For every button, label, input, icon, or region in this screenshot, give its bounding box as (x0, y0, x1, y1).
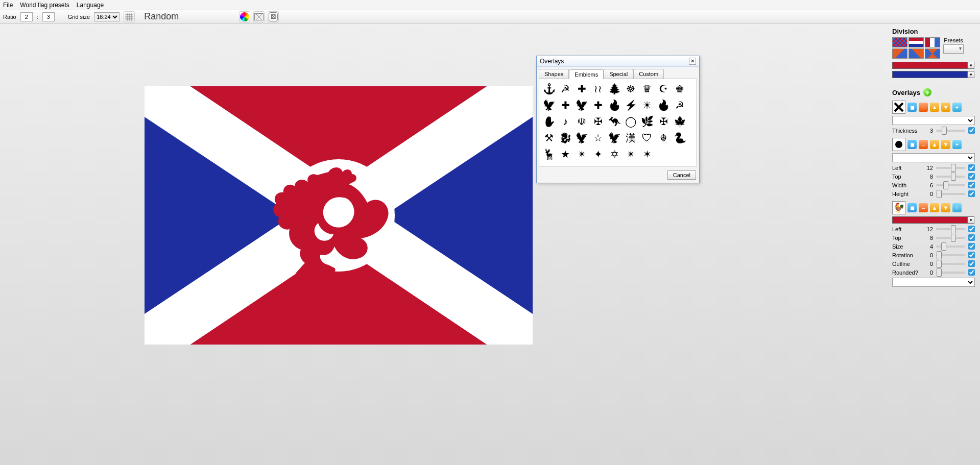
overlay-thumb-disc[interactable] (892, 138, 905, 151)
grid-toggle-button[interactable] (124, 11, 135, 22)
tab-special[interactable]: Special (604, 69, 633, 79)
emblem-star-7[interactable]: ✴ (623, 146, 638, 162)
division-preset-solid[interactable] (892, 37, 907, 47)
overlay-movedown-button[interactable]: ▼ (941, 203, 950, 212)
emblem-star-6[interactable]: ✶ (639, 146, 655, 162)
ratio-height-input[interactable] (42, 12, 55, 21)
menu-file[interactable]: File (3, 2, 13, 9)
randomize-button[interactable] (268, 11, 279, 22)
overlay-add-button[interactable]: + (952, 103, 962, 112)
division-preset-diag2[interactable] (909, 48, 924, 59)
emblem-torch[interactable]: 🔥 (656, 97, 671, 113)
overlay-movedown-button[interactable]: ▼ (941, 103, 950, 112)
tab-emblems[interactable]: Emblems (569, 69, 604, 79)
emblem-cjk-text[interactable]: 漢 (623, 130, 638, 145)
emblem-snake[interactable]: 🐍 (672, 130, 687, 145)
overlay-movedown-button[interactable]: ▼ (941, 140, 950, 149)
emblem-lightning-bolt[interactable]: ⚡ (623, 97, 638, 113)
emblem-maltese-cross[interactable]: ✠ (656, 114, 671, 129)
overlay-emblem-select[interactable] (892, 278, 975, 287)
emblem-harp[interactable]: ♪ (558, 114, 573, 129)
emblem-ashoka-chakra[interactable]: ☸ (623, 81, 638, 96)
emblem-crown-royal[interactable]: ♛ (639, 81, 655, 96)
emblem-kangaroo[interactable]: 🦘 (607, 114, 622, 129)
thickness-lock-checkbox[interactable] (968, 127, 975, 134)
overlay-delete-button[interactable]: – (919, 103, 928, 112)
prop-top-slider[interactable] (936, 176, 965, 178)
prop3-round-check[interactable] (968, 269, 975, 276)
prop-width-check[interactable] (968, 182, 975, 188)
emblem-hammer-sickle-2[interactable]: ☭ (672, 97, 687, 113)
thickness-slider[interactable]: .slider::after{left:var(--p,10%)} (936, 130, 965, 132)
emblem-cross-bold[interactable]: ✚ (558, 97, 573, 113)
division-color-1[interactable]: ▾ (892, 62, 968, 69)
overlay-moveup-button[interactable]: ▲ (930, 203, 939, 212)
prop-width-slider[interactable] (936, 184, 965, 186)
prop3-round-slider[interactable] (936, 272, 965, 274)
prop-left-slider[interactable] (936, 167, 965, 169)
popup-cancel-button[interactable]: Cancel (667, 170, 696, 180)
emblem-crown-imperial[interactable]: ♚ (672, 81, 687, 96)
overlay-clone-button[interactable]: ◼ (907, 140, 917, 149)
emblem-dragon[interactable]: 🐉 (558, 130, 573, 145)
division-preset-vstripes[interactable] (925, 37, 940, 47)
prop-left-check[interactable] (968, 164, 975, 171)
emblem-hammer-sickle[interactable]: ☭ (558, 81, 573, 96)
gridsize-select[interactable]: 16:24 (94, 12, 119, 21)
emblem-eagle-heraldic[interactable]: 🦅 (541, 97, 557, 113)
emblem-springbok[interactable]: 🦌 (541, 146, 557, 162)
overlay-delete-button[interactable]: – (919, 203, 928, 212)
add-overlay-button[interactable]: + (923, 88, 931, 96)
overlay-moveup-button[interactable]: ▲ (930, 140, 939, 149)
emblem-khanda[interactable]: ☬ (656, 130, 671, 145)
menu-language[interactable]: Language (77, 2, 104, 9)
export-button[interactable] (253, 11, 265, 22)
tab-shapes[interactable]: Shapes (539, 69, 569, 79)
overlay-thumb-saltire[interactable] (892, 101, 905, 114)
overlay-emblem-color[interactable]: ▾ (892, 216, 968, 224)
emblem-hand-palm[interactable]: ✋ (541, 114, 557, 129)
ratio-width-input[interactable] (20, 12, 33, 21)
prop3-out-slider[interactable] (936, 263, 965, 265)
prop3-rot-check[interactable] (968, 252, 975, 258)
emblem-laurel-wreath[interactable]: ◯ (623, 114, 638, 129)
popup-close-button[interactable]: ✕ (689, 58, 696, 65)
emblem-fern[interactable]: 🌿 (639, 114, 655, 129)
division-color-2[interactable]: ▾ (892, 71, 968, 78)
prop-height-check[interactable] (968, 190, 975, 197)
overlay-add-button[interactable]: + (952, 140, 962, 149)
division-preset-saltire[interactable] (925, 48, 940, 59)
prop-height-slider[interactable] (936, 193, 965, 195)
overlay-clone-button[interactable]: ◼ (907, 103, 917, 112)
prop3-size-check[interactable] (968, 243, 975, 250)
tab-custom[interactable]: Custom (633, 69, 664, 79)
overlay-thumb-rooster[interactable]: 🐓 (892, 201, 905, 214)
emblem-star-8[interactable]: ✴ (574, 146, 589, 162)
emblem-star-outline[interactable]: ☆ (590, 130, 606, 145)
emblem-cross-pattee[interactable]: ✠ (590, 114, 606, 129)
emblem-flame[interactable]: 🔥 (607, 97, 622, 113)
emblem-star-4[interactable]: ✦ (590, 146, 606, 162)
emblem-star-5[interactable]: ★ (558, 146, 573, 162)
emblem-scroll[interactable]: ⚓☭✚≀≀🌲☸♛☪♚🦅✚🦅✚🔥⚡☀🔥☭✋♪☫✠🦘◯🌿✠🍁⚒🐉🦅☆🦅漢🛡☬🐍🦌★✴… (539, 79, 697, 166)
prop3-top-check[interactable] (968, 234, 975, 241)
overlay-color2-select[interactable] (892, 153, 975, 162)
emblem-maple-leaf[interactable]: 🍁 (672, 114, 687, 129)
emblem-shield[interactable]: 🛡 (639, 130, 655, 145)
overlay-moveup-button[interactable]: ▲ (930, 103, 939, 112)
prop3-left-slider[interactable] (936, 228, 965, 230)
emblem-crescent[interactable]: ☪ (656, 81, 671, 96)
presets-combo[interactable] (943, 44, 964, 54)
flag-canvas[interactable] (145, 86, 533, 345)
prop3-left-check[interactable] (968, 226, 975, 232)
emblem-reichsadler[interactable]: 🦅 (574, 130, 589, 145)
prop3-rot-slider[interactable] (936, 254, 965, 256)
division-preset-hstripes[interactable] (909, 37, 924, 47)
emblem-laurel-branches[interactable]: ≀≀ (590, 81, 606, 96)
emblem-eagle-emblem[interactable]: 🦅 (574, 97, 589, 113)
prop-top-check[interactable] (968, 173, 975, 180)
emblem-anchor[interactable]: ⚓ (541, 81, 557, 96)
emblem-cross-plain[interactable]: ✚ (590, 97, 606, 113)
emblem-iron-cross[interactable]: ✚ (574, 81, 589, 96)
palette-button[interactable] (239, 11, 250, 22)
